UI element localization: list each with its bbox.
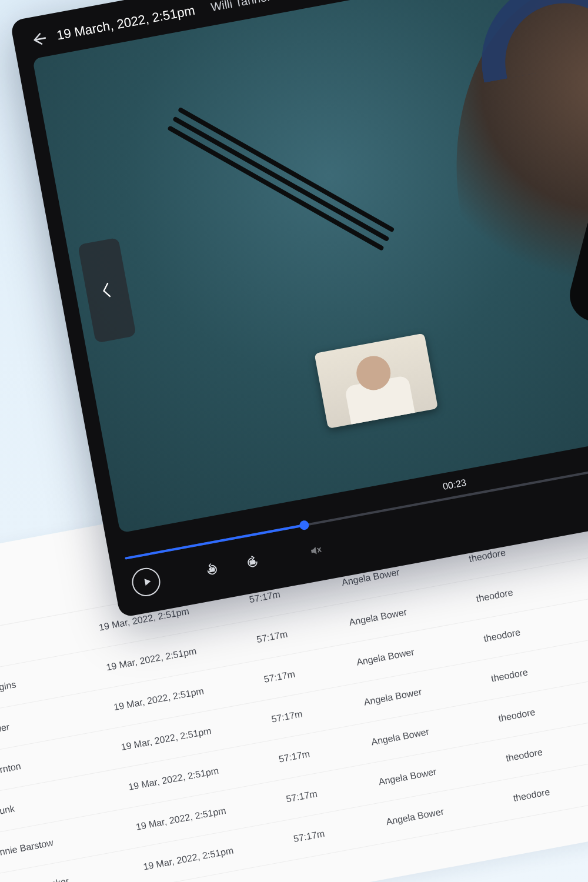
playback-time: 00:23 — [442, 477, 467, 492]
video-frame[interactable] — [32, 0, 588, 533]
row-duration: 57:17m — [293, 817, 387, 844]
skip-back-label: 10 — [209, 567, 215, 573]
skip-forward-10-button[interactable]: 10 — [239, 549, 266, 576]
row-duration: 57:17m — [263, 657, 358, 685]
mute-button[interactable] — [302, 537, 330, 564]
skip-back-10-button[interactable]: 10 — [198, 556, 226, 584]
skip-fwd-label: 10 — [249, 559, 256, 566]
back-arrow-icon[interactable] — [30, 30, 48, 48]
row-participant: Angela Bower — [385, 793, 514, 827]
row-duration: 57:17m — [285, 777, 380, 805]
row-duration: 57:17m — [278, 737, 373, 765]
picture-in-picture-thumbnail[interactable] — [314, 333, 438, 429]
row-duration: 57:17m — [270, 697, 365, 725]
progress-thumb[interactable] — [299, 520, 310, 531]
svg-marker-7 — [144, 578, 151, 586]
play-button[interactable] — [130, 566, 163, 599]
prev-video-button[interactable] — [78, 238, 136, 343]
row-duration: 57:17m — [256, 617, 350, 645]
mic-boom-arm — [178, 107, 395, 233]
